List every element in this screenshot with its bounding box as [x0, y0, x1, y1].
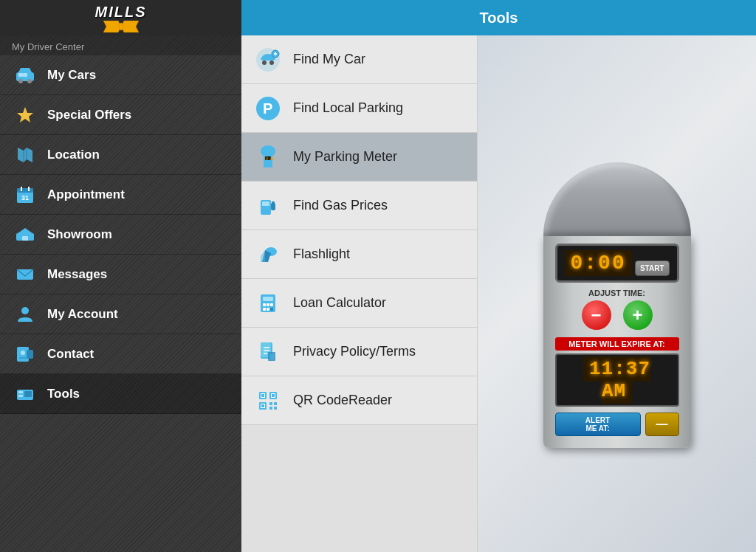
start-button[interactable]: START — [635, 261, 670, 276]
person-icon — [12, 301, 38, 328]
svg-rect-67 — [261, 394, 264, 397]
parking-icon: P — [253, 94, 283, 123]
calculator-icon — [253, 289, 283, 318]
alert-me-button[interactable]: ALERT ME AT: — [555, 413, 641, 436]
logo-text: MILLS — [95, 4, 147, 21]
flashlight-icon — [253, 240, 283, 269]
svg-rect-77 — [274, 407, 277, 410]
meter-body: 0:00 START ADJUST TIME: − + METER WILL E… — [543, 236, 691, 448]
expire-label: METER WILL EXPIRE AT: — [555, 337, 679, 351]
sidebar-item-appointment[interactable]: 31 Appointment — [0, 175, 241, 215]
tool-item-find-my-car[interactable]: Find My Car — [241, 35, 477, 84]
logo-area: MILLS — [0, 0, 241, 35]
svg-rect-14 — [17, 188, 33, 193]
minus-button[interactable]: − — [582, 300, 611, 330]
svg-rect-55 — [263, 308, 266, 311]
tool-label-flashlight: Flashlight — [293, 246, 350, 262]
tool-item-flashlight[interactable]: Flashlight — [241, 230, 477, 279]
meter-icon: 0:00 — [253, 142, 283, 172]
expire-time: 11:37 AM — [583, 356, 650, 404]
find-car-icon — [253, 45, 283, 75]
svg-rect-57 — [270, 308, 273, 311]
adjust-label: ADJUST TIME: — [555, 289, 679, 297]
qr-icon — [253, 386, 283, 415]
sidebar-label-showroom: Showroom — [47, 227, 112, 242]
svg-marker-19 — [18, 228, 32, 233]
contact-icon — [12, 341, 38, 368]
svg-marker-9 — [17, 107, 33, 123]
sidebar-label-special-offers: Special Offers — [47, 108, 131, 123]
parking-meter: 0:00 START ADJUST TIME: − + METER WILL E… — [536, 162, 698, 448]
sidebar-label-location: Location — [47, 148, 100, 162]
tools-title: Tools — [241, 10, 756, 27]
tool-label-loan-calculator: Loan Calculator — [293, 295, 386, 311]
svg-point-2 — [119, 23, 123, 30]
tool-label-find-gas-prices: Find Gas Prices — [293, 198, 388, 213]
gas-icon — [253, 191, 283, 221]
sidebar-item-location[interactable]: Location — [0, 135, 241, 175]
svg-marker-1 — [121, 21, 139, 32]
svg-rect-56 — [267, 308, 269, 311]
sidebar-label-messages: Messages — [47, 267, 107, 282]
svg-rect-30 — [24, 391, 32, 397]
sidebar-label-appointment: Appointment — [47, 187, 125, 202]
svg-rect-20 — [22, 236, 28, 241]
alert-dash[interactable]: — — [645, 413, 679, 436]
svg-point-6 — [27, 79, 32, 83]
tool-item-qr-code[interactable]: QR CodeReader — [241, 376, 477, 425]
tool-label-privacy-policy: Privacy Policy/Terms — [293, 344, 416, 359]
sidebar-label-my-cars: My Cars — [47, 68, 96, 83]
svg-rect-45 — [272, 201, 275, 204]
svg-rect-7 — [18, 73, 23, 77]
sidebar-item-showroom[interactable]: Showroom — [0, 215, 241, 255]
svg-rect-51 — [263, 297, 273, 301]
meter-time: 0:00 — [565, 250, 632, 276]
svg-rect-28 — [18, 391, 23, 393]
svg-rect-70 — [272, 394, 275, 397]
sidebar-item-messages[interactable]: Messages — [0, 255, 241, 294]
sidebar-item-tools[interactable]: Tools — [0, 374, 241, 414]
tool-label-qr-code: QR CodeReader — [293, 393, 392, 408]
tool-item-my-parking-meter[interactable]: 0:00 My Parking Meter — [241, 133, 477, 182]
tool-item-find-gas-prices[interactable]: Find Gas Prices — [241, 182, 477, 230]
svg-marker-0 — [103, 21, 121, 32]
svg-rect-54 — [270, 303, 273, 306]
svg-rect-75 — [274, 402, 277, 405]
tool-item-privacy-policy[interactable]: Privacy Policy/Terms — [241, 328, 477, 376]
svg-marker-49 — [261, 250, 265, 262]
mills-logo: MILLS — [95, 4, 147, 32]
map-icon — [12, 142, 38, 168]
svg-rect-64 — [269, 353, 274, 359]
svg-text:31: 31 — [21, 194, 29, 201]
sidebar: My Driver Center My Cars Special Offers … — [0, 35, 241, 552]
svg-point-22 — [21, 307, 29, 314]
driver-center-label: My Driver Center — [0, 35, 241, 55]
svg-text:P: P — [263, 100, 272, 117]
sidebar-item-contact[interactable]: Contact — [0, 334, 241, 374]
svg-rect-73 — [261, 404, 264, 407]
envelope-icon — [12, 261, 38, 288]
svg-rect-52 — [263, 303, 266, 306]
svg-marker-10 — [18, 148, 32, 162]
svg-point-33 — [269, 61, 274, 65]
header: MILLS Tools — [0, 0, 756, 35]
meter-dome — [543, 162, 691, 236]
car-icon — [12, 62, 38, 89]
sidebar-label-contact: Contact — [47, 347, 94, 362]
svg-rect-29 — [18, 395, 23, 397]
main-layout: My Driver Center My Cars Special Offers … — [0, 35, 756, 552]
sidebar-item-special-offers[interactable]: Special Offers — [0, 95, 241, 135]
meter-display: 0:00 START — [555, 244, 679, 283]
tool-item-loan-calculator[interactable]: Loan Calculator — [241, 279, 477, 328]
svg-point-32 — [262, 61, 267, 65]
tool-item-find-local-parking[interactable]: P Find Local Parking — [241, 84, 477, 133]
tool-label-find-my-car: Find My Car — [293, 52, 365, 67]
star-icon — [12, 102, 38, 128]
plus-button[interactable]: + — [623, 300, 653, 330]
svg-rect-46 — [262, 201, 269, 206]
sidebar-item-my-cars[interactable]: My Cars — [0, 55, 241, 95]
sidebar-item-my-account[interactable]: My Account — [0, 294, 241, 334]
expire-time-display: 11:37 AM — [555, 353, 679, 407]
document-icon — [253, 337, 283, 367]
sidebar-label-tools: Tools — [47, 387, 80, 401]
